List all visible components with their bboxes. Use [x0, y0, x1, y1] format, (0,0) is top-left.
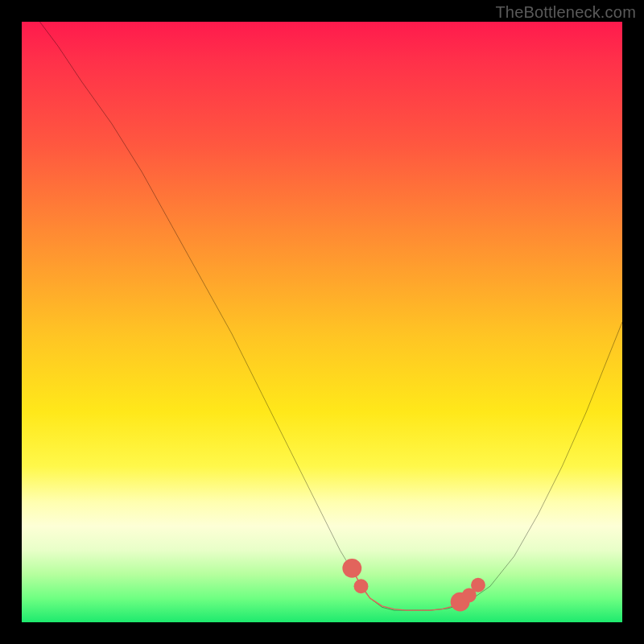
curve-main [39, 22, 622, 610]
marker-dot [342, 559, 361, 578]
chart-frame: TheBottleneck.com [0, 0, 644, 644]
chart-svg [22, 22, 622, 622]
attribution-text: TheBottleneck.com [495, 3, 636, 22]
curve-optimum-band [352, 568, 478, 610]
marker-dot [462, 588, 477, 602]
marker-dot [471, 578, 485, 592]
marker-dot [451, 592, 470, 612]
marker-dot [354, 579, 369, 593]
markers [342, 559, 485, 612]
chart-plot-area [22, 22, 622, 622]
